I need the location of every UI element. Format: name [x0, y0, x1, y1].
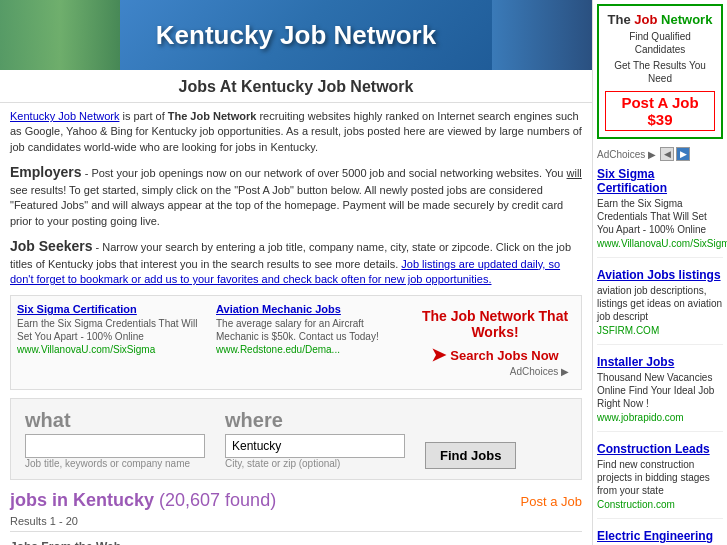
page-title: Jobs At Kentucky Job Network — [0, 70, 592, 103]
where-label: where — [225, 409, 405, 432]
ad-box-0: Six Sigma Certification Earn the Six Sig… — [17, 302, 210, 383]
sidebar-ad-1-desc: aviation job descriptions, listings get … — [597, 284, 723, 323]
search-jobs-label: Search Jobs Now — [450, 348, 558, 363]
search-arrow-icon: ➤ — [431, 344, 446, 366]
find-jobs-button[interactable]: Find Jobs — [425, 442, 516, 469]
intro-text-main: is part of — [123, 110, 168, 122]
sidebar-ad-2-url: www.jobrapido.com — [597, 412, 723, 423]
ad-0-url: www.VillanovaU.com/SixSigma — [17, 343, 210, 356]
sidebar-ad-1-url: JSFIRM.COM — [597, 325, 723, 336]
sidebar-ad-1-title[interactable]: Aviation Jobs listings — [597, 268, 721, 282]
ad-box-1: Aviation Mechanic Jobs The average salar… — [216, 302, 409, 383]
jobs-title: jobs in Kentucky — [10, 490, 154, 510]
content-body: Kentucky Job Network is part of The Job … — [0, 103, 592, 545]
header-banner: Kentucky Job Network — [0, 0, 592, 70]
sidebar-ad-4: Electric Engineering Jobs Find Recently … — [597, 529, 723, 545]
sidebar-ad-2: Installer Jobs Thousand New Vacancies On… — [597, 355, 723, 432]
ad-0-title[interactable]: Six Sigma Certification — [17, 303, 137, 315]
sidebar-post-price[interactable]: Post A Job $39 — [605, 91, 715, 131]
sidebar-prev-arrow[interactable]: ◀ — [660, 147, 674, 161]
the-job-network-bold: The Job Network — [168, 110, 257, 122]
job-seekers-section: Job Seekers - Narrow your search by ente… — [10, 237, 582, 287]
sidebar-job-network-title: The Job Network — [605, 12, 715, 27]
sidebar-nav-arrows: ◀ ▶ — [660, 147, 690, 161]
sidebar-ad-choices: AdChoices ▶ ◀ ▶ — [597, 147, 723, 161]
sidebar-ad-3: Construction Leads Find new construction… — [597, 442, 723, 519]
sidebar-ad-3-desc: Find new construction projects in biddin… — [597, 458, 723, 497]
what-sublabel: Job title, keywords or company name — [25, 458, 205, 469]
jobs-results-header: jobs in Kentucky (20,607 found) Post a J… — [10, 490, 582, 511]
where-sublabel: City, state or zip (optional) — [225, 458, 405, 469]
what-input[interactable] — [25, 434, 205, 458]
job-network-banner: The Job Network That Works! ➤ Search Job… — [415, 302, 575, 383]
search-form-area: what Job title, keywords or company name… — [10, 398, 582, 480]
sidebar: The Job Network Find Qualified Candidate… — [592, 0, 727, 545]
ad-1-title[interactable]: Aviation Mechanic Jobs — [216, 303, 341, 315]
sidebar-ad-1: Aviation Jobs listings aviation job desc… — [597, 268, 723, 345]
employers-text: - Post your job openings now on our netw… — [10, 167, 582, 226]
intro-paragraph: Kentucky Job Network is part of The Job … — [10, 109, 582, 155]
ad-boxes-row: Six Sigma Certification Earn the Six Sig… — [10, 295, 582, 390]
sidebar-ad-3-url: Construction.com — [597, 499, 723, 510]
header-title: Kentucky Job Network — [156, 20, 436, 51]
ad-1-url: www.Redstone.edu/Dema... — [216, 343, 409, 356]
sidebar-next-arrow[interactable]: ▶ — [676, 147, 690, 161]
what-label: what — [25, 409, 205, 432]
kjn-link[interactable]: Kentucky Job Network — [10, 110, 119, 122]
sidebar-tagline2: Get The Results You Need — [605, 59, 715, 85]
employers-heading: Employers — [10, 164, 82, 180]
jobs-count: (20,607 found) — [159, 490, 276, 510]
jobs-from-web-label: Jobs From the Web — [10, 540, 582, 545]
results-range: Results 1 - 20 — [10, 515, 582, 532]
post-a-job-link[interactable]: Post a Job — [521, 494, 582, 509]
employers-section: Employers - Post your job openings now o… — [10, 163, 582, 229]
sidebar-ad-0: Six Sigma Certification Earn the Six Sig… — [597, 167, 723, 258]
sidebar-ad-0-desc: Earn the Six Sigma Credentials That Will… — [597, 197, 723, 236]
sidebar-tagline1: Find Qualified Candidates — [605, 30, 715, 56]
sidebar-ad-0-url: www.VillanovaU.com/SixSigma — [597, 238, 723, 249]
ad-choices-bar: AdChoices ▶ — [421, 366, 569, 377]
sidebar-ad-3-title[interactable]: Construction Leads — [597, 442, 710, 456]
sidebar-ad-4-title[interactable]: Electric Engineering Jobs — [597, 529, 713, 545]
job-seekers-heading: Job Seekers — [10, 238, 93, 254]
sidebar-ad-2-title[interactable]: Installer Jobs — [597, 355, 674, 369]
search-form-row: what Job title, keywords or company name… — [25, 409, 567, 469]
ad-1-desc: The average salary for an Aircraft Mecha… — [216, 317, 409, 343]
sidebar-ad-2-desc: Thousand New Vacancies Online Find Your … — [597, 371, 723, 410]
what-field-group: what Job title, keywords or company name — [25, 409, 205, 469]
search-jobs-link[interactable]: ➤ Search Jobs Now — [421, 344, 569, 366]
sidebar-ad-0-title[interactable]: Six Sigma Certification — [597, 167, 667, 195]
ad-0-desc: Earn the Six Sigma Credentials That Will… — [17, 317, 210, 343]
sidebar-top-ad: The Job Network Find Qualified Candidate… — [597, 4, 723, 139]
where-field-group: where City, state or zip (optional) — [225, 409, 405, 469]
where-input[interactable] — [225, 434, 405, 458]
sidebar-ad-choices-label: AdChoices ▶ — [597, 149, 656, 160]
jobs-count-title: jobs in Kentucky (20,607 found) — [10, 490, 276, 511]
jn-title: The Job Network That Works! — [421, 308, 569, 340]
